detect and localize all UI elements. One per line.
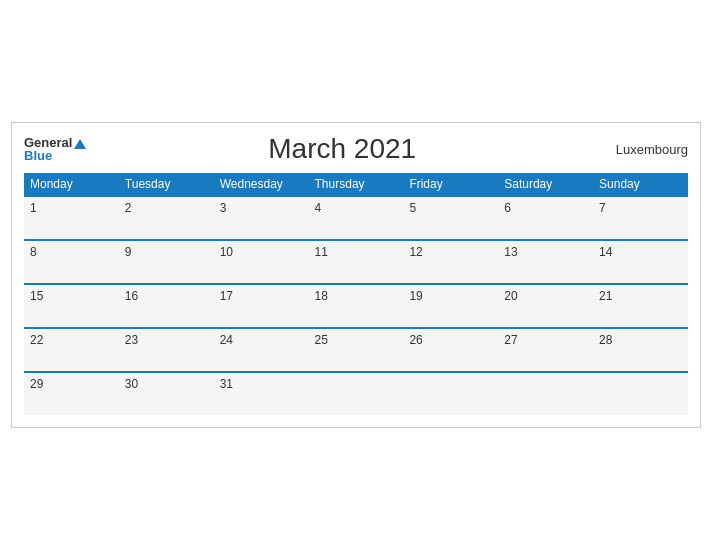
calendar-day-cell[interactable]: 14 — [593, 240, 688, 284]
calendar-day-cell[interactable]: 31 — [214, 372, 309, 415]
calendar-day-cell[interactable]: 1 — [24, 196, 119, 240]
col-thursday: Thursday — [309, 173, 404, 196]
calendar: General Blue March 2021 Luxembourg Monda… — [11, 122, 701, 428]
calendar-day-cell[interactable]: 26 — [403, 328, 498, 372]
calendar-day-cell[interactable]: 5 — [403, 196, 498, 240]
calendar-title: March 2021 — [86, 133, 598, 165]
calendar-day-cell[interactable]: 30 — [119, 372, 214, 415]
calendar-day-cell[interactable]: 29 — [24, 372, 119, 415]
calendar-day-cell[interactable]: 25 — [309, 328, 404, 372]
calendar-day-cell[interactable]: 16 — [119, 284, 214, 328]
logo-blue-text: Blue — [24, 149, 86, 162]
calendar-week-row: 1234567 — [24, 196, 688, 240]
calendar-day-cell[interactable]: 2 — [119, 196, 214, 240]
col-wednesday: Wednesday — [214, 173, 309, 196]
calendar-day-cell — [593, 372, 688, 415]
calendar-day-cell[interactable]: 10 — [214, 240, 309, 284]
calendar-day-cell[interactable]: 22 — [24, 328, 119, 372]
country-label: Luxembourg — [598, 142, 688, 157]
calendar-day-cell[interactable]: 11 — [309, 240, 404, 284]
calendar-day-cell — [498, 372, 593, 415]
calendar-day-cell[interactable]: 6 — [498, 196, 593, 240]
calendar-week-row: 15161718192021 — [24, 284, 688, 328]
calendar-day-cell[interactable]: 13 — [498, 240, 593, 284]
col-monday: Monday — [24, 173, 119, 196]
calendar-day-cell[interactable]: 18 — [309, 284, 404, 328]
calendar-day-cell[interactable]: 28 — [593, 328, 688, 372]
calendar-header: General Blue March 2021 Luxembourg — [24, 133, 688, 165]
calendar-week-row: 293031 — [24, 372, 688, 415]
logo-triangle-icon — [74, 139, 86, 149]
calendar-day-cell[interactable]: 7 — [593, 196, 688, 240]
calendar-day-cell[interactable]: 27 — [498, 328, 593, 372]
calendar-day-cell[interactable]: 19 — [403, 284, 498, 328]
calendar-day-cell[interactable]: 3 — [214, 196, 309, 240]
weekday-header-row: Monday Tuesday Wednesday Thursday Friday… — [24, 173, 688, 196]
calendar-day-cell[interactable]: 20 — [498, 284, 593, 328]
calendar-day-cell[interactable]: 17 — [214, 284, 309, 328]
col-tuesday: Tuesday — [119, 173, 214, 196]
col-friday: Friday — [403, 173, 498, 196]
calendar-day-cell[interactable]: 9 — [119, 240, 214, 284]
calendar-day-cell[interactable]: 24 — [214, 328, 309, 372]
calendar-week-row: 22232425262728 — [24, 328, 688, 372]
calendar-week-row: 891011121314 — [24, 240, 688, 284]
col-saturday: Saturday — [498, 173, 593, 196]
calendar-day-cell[interactable]: 23 — [119, 328, 214, 372]
calendar-day-cell[interactable]: 21 — [593, 284, 688, 328]
logo: General Blue — [24, 136, 86, 162]
col-sunday: Sunday — [593, 173, 688, 196]
calendar-day-cell[interactable]: 12 — [403, 240, 498, 284]
calendar-day-cell[interactable]: 8 — [24, 240, 119, 284]
calendar-day-cell[interactable]: 15 — [24, 284, 119, 328]
calendar-day-cell[interactable]: 4 — [309, 196, 404, 240]
calendar-day-cell — [309, 372, 404, 415]
calendar-grid: Monday Tuesday Wednesday Thursday Friday… — [24, 173, 688, 415]
calendar-day-cell — [403, 372, 498, 415]
